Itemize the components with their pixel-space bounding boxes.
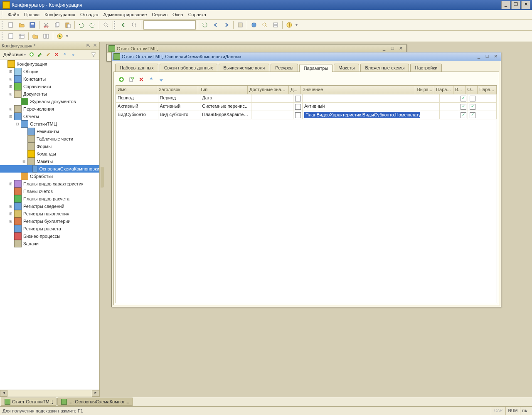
- checkbox[interactable]: [470, 96, 475, 101]
- menu-windows[interactable]: Окна: [170, 11, 186, 18]
- configuration-tree[interactable]: Конфигурация⊞Общие⊞Константы⊞Справочники…: [0, 59, 99, 390]
- tree-item[interactable]: Планы счетов: [0, 188, 99, 195]
- dropdown-icon[interactable]: ▼: [295, 23, 298, 27]
- table-cell[interactable]: [440, 103, 459, 111]
- table-cell[interactable]: [293, 103, 303, 111]
- selected-value[interactable]: ПланВидовХарактеристик.ВидыСубконто.Номе…: [304, 112, 420, 118]
- table-cell[interactable]: Активный: [303, 103, 420, 111]
- checkbox[interactable]: [295, 104, 301, 110]
- col-header[interactable]: Доступные знач...: [248, 86, 289, 94]
- tree-item[interactable]: ⊞Регистры сведений: [0, 203, 99, 210]
- tb2-run-icon[interactable]: [55, 31, 65, 41]
- tree-item[interactable]: ⊞Перечисления: [0, 105, 99, 113]
- table-cell[interactable]: Активный: [158, 103, 201, 111]
- tree-item[interactable]: Реквизиты: [0, 128, 99, 135]
- tb-list-icon[interactable]: [271, 20, 281, 30]
- table-row[interactable]: ВидСубконтоВид субконтоПланВидовХарактер…: [116, 111, 497, 119]
- tree-expander-icon[interactable]: ⊞: [8, 211, 13, 216]
- col-header[interactable]: Выра...: [415, 86, 434, 94]
- zoom-icon[interactable]: [129, 20, 139, 30]
- menu-admin[interactable]: Администрирование: [101, 11, 150, 18]
- taskbar-item-report[interactable]: Отчет ОстаткиТМЦ: [1, 398, 57, 406]
- table-cell[interactable]: Период: [158, 94, 201, 102]
- tree-expander-icon[interactable]: ⊞: [8, 84, 13, 89]
- checkbox[interactable]: [295, 112, 301, 118]
- tb-nav-prev-icon[interactable]: [211, 20, 221, 30]
- tree-item[interactable]: ⊞Константы: [0, 75, 99, 83]
- col-header[interactable]: Пара...: [434, 86, 453, 94]
- table-cell[interactable]: Вид субконто: [158, 111, 201, 119]
- tree-item[interactable]: ⊟Макеты: [0, 158, 99, 165]
- mdi-front-close-icon[interactable]: ✕: [492, 53, 499, 60]
- table-cell[interactable]: [440, 111, 459, 119]
- table-cell[interactable]: Системные перечис...: [200, 103, 251, 111]
- col-header[interactable]: О...: [466, 86, 478, 94]
- mdi-front-min-icon[interactable]: _: [475, 53, 483, 60]
- menu-help[interactable]: Справка: [186, 11, 209, 18]
- mdi-window-schema[interactable]: Отчет ОстаткиТМЦ: ОсновнаяСхемаКомпоновк…: [111, 52, 501, 307]
- tree-expander-icon[interactable]: ⊞: [8, 77, 13, 82]
- move-down-icon[interactable]: [69, 51, 77, 58]
- tree-item[interactable]: ОсновнаяСхемаКомпоновки: [0, 165, 99, 173]
- actions-menu[interactable]: Действия▾: [2, 52, 27, 57]
- back-icon[interactable]: [118, 20, 128, 30]
- tb-module-icon[interactable]: [235, 20, 245, 30]
- checkbox[interactable]: ✓: [461, 96, 466, 101]
- param-up-icon[interactable]: [148, 76, 155, 83]
- col-header[interactable]: Тип: [198, 86, 248, 94]
- tree-expander-icon[interactable]: ⊞: [8, 181, 13, 186]
- param-copy-icon[interactable]: [128, 76, 135, 83]
- table-cell[interactable]: [420, 94, 440, 102]
- table-cell[interactable]: ✓: [459, 103, 468, 111]
- status-lang[interactable]: ru▾: [520, 407, 530, 415]
- tree-item[interactable]: ⊞Регистры бухгалтерии: [0, 217, 99, 225]
- tab-4[interactable]: Параметры: [299, 64, 333, 72]
- table-cell[interactable]: ВидСубконто: [116, 111, 158, 119]
- tree-expander-icon[interactable]: ⊞: [8, 106, 13, 111]
- tree-expander-icon[interactable]: ⊟: [22, 159, 27, 164]
- table-cell[interactable]: [477, 103, 497, 111]
- copy-icon[interactable]: [52, 20, 62, 30]
- param-down-icon[interactable]: [158, 76, 165, 83]
- tab-7[interactable]: Настройки: [410, 64, 442, 72]
- tree-expander-icon[interactable]: ⊞: [8, 204, 13, 209]
- tree-item[interactable]: Формы: [0, 143, 99, 150]
- tab-5[interactable]: Макеты: [334, 64, 359, 72]
- table-cell[interactable]: ✓: [468, 111, 477, 119]
- tree-item[interactable]: ⊟Отчеты: [0, 113, 99, 120]
- checkbox[interactable]: ✓: [461, 112, 466, 118]
- save-icon[interactable]: [27, 20, 37, 30]
- tb2-doc-icon[interactable]: [6, 31, 16, 41]
- tab-0[interactable]: Наборы данных: [115, 64, 158, 72]
- tree-item[interactable]: ⊞Общие: [0, 68, 99, 75]
- run-dropdown-icon[interactable]: ▼: [65, 34, 69, 38]
- table-cell[interactable]: Дата: [200, 94, 251, 102]
- checkbox[interactable]: ✓: [470, 104, 475, 110]
- move-up-icon[interactable]: [61, 51, 69, 58]
- table-cell[interactable]: [293, 111, 303, 119]
- table-row[interactable]: ПериодПериодДата✓: [116, 94, 497, 103]
- tree-item[interactable]: Задачи: [0, 240, 99, 247]
- mdi-front-titlebar[interactable]: Отчет ОстаткиТМЦ: ОсновнаяСхемаКомпоновк…: [112, 52, 501, 61]
- tb2-open-icon[interactable]: [30, 31, 40, 41]
- tree-item[interactable]: Бизнес-процессы: [0, 232, 99, 240]
- tb-refresh-icon[interactable]: [200, 20, 210, 30]
- checkbox[interactable]: [295, 96, 301, 101]
- sidebar-close-icon[interactable]: ✕: [92, 43, 98, 49]
- param-add-icon[interactable]: [118, 76, 125, 83]
- open-icon[interactable]: [17, 20, 27, 30]
- tree-item[interactable]: Команды: [0, 150, 99, 158]
- sidebar-filter-icon[interactable]: [90, 51, 97, 58]
- sidebar-pin-icon[interactable]: ⇱: [85, 43, 91, 49]
- tab-3[interactable]: Ресурсы: [271, 64, 298, 72]
- table-cell[interactable]: [440, 94, 459, 102]
- taskbar-item-schema[interactable]: ...: ОсновнаяСхемаКомпон...: [57, 398, 133, 406]
- tree-item[interactable]: ⊞Планы видов характеристик: [0, 180, 99, 188]
- table-cell[interactable]: [420, 103, 440, 111]
- add-icon[interactable]: [28, 51, 35, 58]
- tb-help-icon[interactable]: i: [284, 20, 294, 30]
- col-header[interactable]: В...: [453, 86, 466, 94]
- tree-item[interactable]: Журналы документов: [0, 98, 99, 105]
- table-cell[interactable]: ✓: [468, 103, 477, 111]
- table-cell[interactable]: [477, 111, 497, 119]
